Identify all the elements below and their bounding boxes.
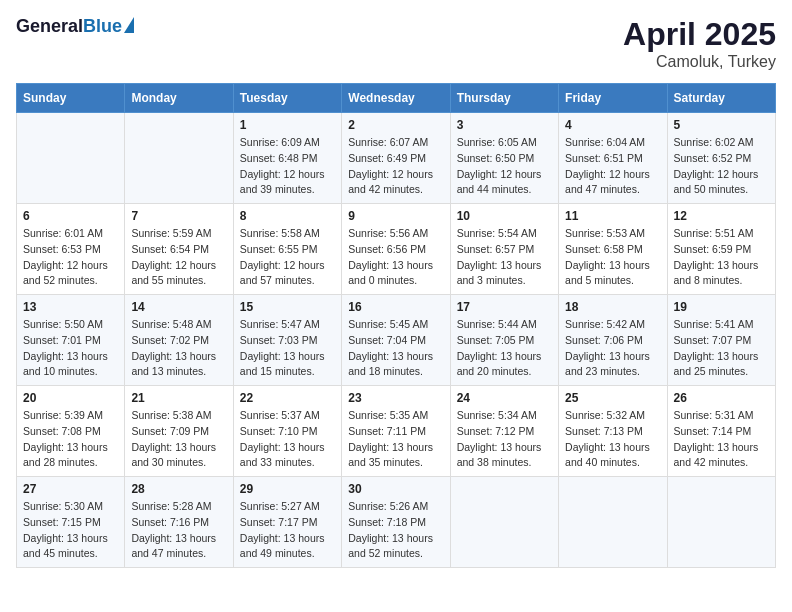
day-number: 9 bbox=[348, 209, 443, 223]
calendar-cell: 6Sunrise: 6:01 AM Sunset: 6:53 PM Daylig… bbox=[17, 204, 125, 295]
day-detail: Sunrise: 5:53 AM Sunset: 6:58 PM Dayligh… bbox=[565, 226, 660, 289]
day-detail: Sunrise: 5:58 AM Sunset: 6:55 PM Dayligh… bbox=[240, 226, 335, 289]
logo-blue-text: Blue bbox=[83, 16, 122, 37]
logo: General Blue bbox=[16, 16, 134, 37]
day-detail: Sunrise: 5:31 AM Sunset: 7:14 PM Dayligh… bbox=[674, 408, 769, 471]
calendar-cell: 27Sunrise: 5:30 AM Sunset: 7:15 PM Dayli… bbox=[17, 477, 125, 568]
calendar-cell: 28Sunrise: 5:28 AM Sunset: 7:16 PM Dayli… bbox=[125, 477, 233, 568]
calendar-cell bbox=[450, 477, 558, 568]
day-detail: Sunrise: 5:50 AM Sunset: 7:01 PM Dayligh… bbox=[23, 317, 118, 380]
calendar-cell: 24Sunrise: 5:34 AM Sunset: 7:12 PM Dayli… bbox=[450, 386, 558, 477]
day-number: 3 bbox=[457, 118, 552, 132]
calendar-week-row: 1Sunrise: 6:09 AM Sunset: 6:48 PM Daylig… bbox=[17, 113, 776, 204]
day-detail: Sunrise: 5:30 AM Sunset: 7:15 PM Dayligh… bbox=[23, 499, 118, 562]
calendar-week-row: 20Sunrise: 5:39 AM Sunset: 7:08 PM Dayli… bbox=[17, 386, 776, 477]
day-number: 22 bbox=[240, 391, 335, 405]
weekday-header-thursday: Thursday bbox=[450, 84, 558, 113]
calendar-title: April 2025 bbox=[623, 16, 776, 53]
calendar-cell: 11Sunrise: 5:53 AM Sunset: 6:58 PM Dayli… bbox=[559, 204, 667, 295]
page-header: General Blue April 2025 Camoluk, Turkey bbox=[16, 16, 776, 71]
day-number: 29 bbox=[240, 482, 335, 496]
calendar-table: SundayMondayTuesdayWednesdayThursdayFrid… bbox=[16, 83, 776, 568]
calendar-cell bbox=[125, 113, 233, 204]
calendar-cell: 22Sunrise: 5:37 AM Sunset: 7:10 PM Dayli… bbox=[233, 386, 341, 477]
day-detail: Sunrise: 6:05 AM Sunset: 6:50 PM Dayligh… bbox=[457, 135, 552, 198]
day-detail: Sunrise: 5:47 AM Sunset: 7:03 PM Dayligh… bbox=[240, 317, 335, 380]
calendar-cell: 25Sunrise: 5:32 AM Sunset: 7:13 PM Dayli… bbox=[559, 386, 667, 477]
calendar-cell: 30Sunrise: 5:26 AM Sunset: 7:18 PM Dayli… bbox=[342, 477, 450, 568]
day-number: 24 bbox=[457, 391, 552, 405]
day-detail: Sunrise: 6:09 AM Sunset: 6:48 PM Dayligh… bbox=[240, 135, 335, 198]
day-detail: Sunrise: 6:01 AM Sunset: 6:53 PM Dayligh… bbox=[23, 226, 118, 289]
calendar-cell bbox=[559, 477, 667, 568]
day-number: 10 bbox=[457, 209, 552, 223]
calendar-cell bbox=[17, 113, 125, 204]
calendar-cell: 7Sunrise: 5:59 AM Sunset: 6:54 PM Daylig… bbox=[125, 204, 233, 295]
day-detail: Sunrise: 5:48 AM Sunset: 7:02 PM Dayligh… bbox=[131, 317, 226, 380]
calendar-cell: 4Sunrise: 6:04 AM Sunset: 6:51 PM Daylig… bbox=[559, 113, 667, 204]
calendar-week-row: 13Sunrise: 5:50 AM Sunset: 7:01 PM Dayli… bbox=[17, 295, 776, 386]
calendar-cell: 5Sunrise: 6:02 AM Sunset: 6:52 PM Daylig… bbox=[667, 113, 775, 204]
calendar-cell bbox=[667, 477, 775, 568]
calendar-cell: 26Sunrise: 5:31 AM Sunset: 7:14 PM Dayli… bbox=[667, 386, 775, 477]
calendar-week-row: 6Sunrise: 6:01 AM Sunset: 6:53 PM Daylig… bbox=[17, 204, 776, 295]
calendar-cell: 10Sunrise: 5:54 AM Sunset: 6:57 PM Dayli… bbox=[450, 204, 558, 295]
logo-triangle-icon bbox=[124, 17, 134, 33]
calendar-cell: 18Sunrise: 5:42 AM Sunset: 7:06 PM Dayli… bbox=[559, 295, 667, 386]
day-number: 5 bbox=[674, 118, 769, 132]
day-number: 4 bbox=[565, 118, 660, 132]
weekday-header-row: SundayMondayTuesdayWednesdayThursdayFrid… bbox=[17, 84, 776, 113]
calendar-cell: 23Sunrise: 5:35 AM Sunset: 7:11 PM Dayli… bbox=[342, 386, 450, 477]
weekday-header-tuesday: Tuesday bbox=[233, 84, 341, 113]
day-number: 8 bbox=[240, 209, 335, 223]
day-number: 15 bbox=[240, 300, 335, 314]
day-detail: Sunrise: 6:04 AM Sunset: 6:51 PM Dayligh… bbox=[565, 135, 660, 198]
calendar-week-row: 27Sunrise: 5:30 AM Sunset: 7:15 PM Dayli… bbox=[17, 477, 776, 568]
day-number: 19 bbox=[674, 300, 769, 314]
day-number: 2 bbox=[348, 118, 443, 132]
weekday-header-sunday: Sunday bbox=[17, 84, 125, 113]
day-number: 25 bbox=[565, 391, 660, 405]
day-number: 13 bbox=[23, 300, 118, 314]
calendar-cell: 15Sunrise: 5:47 AM Sunset: 7:03 PM Dayli… bbox=[233, 295, 341, 386]
calendar-cell: 1Sunrise: 6:09 AM Sunset: 6:48 PM Daylig… bbox=[233, 113, 341, 204]
calendar-cell: 21Sunrise: 5:38 AM Sunset: 7:09 PM Dayli… bbox=[125, 386, 233, 477]
logo-general-text: General bbox=[16, 16, 83, 37]
day-number: 17 bbox=[457, 300, 552, 314]
day-number: 11 bbox=[565, 209, 660, 223]
day-detail: Sunrise: 5:39 AM Sunset: 7:08 PM Dayligh… bbox=[23, 408, 118, 471]
day-detail: Sunrise: 5:44 AM Sunset: 7:05 PM Dayligh… bbox=[457, 317, 552, 380]
calendar-cell: 3Sunrise: 6:05 AM Sunset: 6:50 PM Daylig… bbox=[450, 113, 558, 204]
day-number: 18 bbox=[565, 300, 660, 314]
weekday-header-monday: Monday bbox=[125, 84, 233, 113]
calendar-cell: 20Sunrise: 5:39 AM Sunset: 7:08 PM Dayli… bbox=[17, 386, 125, 477]
day-number: 20 bbox=[23, 391, 118, 405]
day-detail: Sunrise: 5:28 AM Sunset: 7:16 PM Dayligh… bbox=[131, 499, 226, 562]
day-number: 30 bbox=[348, 482, 443, 496]
calendar-subtitle: Camoluk, Turkey bbox=[623, 53, 776, 71]
weekday-header-saturday: Saturday bbox=[667, 84, 775, 113]
day-detail: Sunrise: 5:56 AM Sunset: 6:56 PM Dayligh… bbox=[348, 226, 443, 289]
day-detail: Sunrise: 5:27 AM Sunset: 7:17 PM Dayligh… bbox=[240, 499, 335, 562]
day-detail: Sunrise: 5:37 AM Sunset: 7:10 PM Dayligh… bbox=[240, 408, 335, 471]
day-detail: Sunrise: 5:45 AM Sunset: 7:04 PM Dayligh… bbox=[348, 317, 443, 380]
day-detail: Sunrise: 6:07 AM Sunset: 6:49 PM Dayligh… bbox=[348, 135, 443, 198]
weekday-header-wednesday: Wednesday bbox=[342, 84, 450, 113]
day-number: 12 bbox=[674, 209, 769, 223]
day-number: 16 bbox=[348, 300, 443, 314]
day-number: 28 bbox=[131, 482, 226, 496]
day-detail: Sunrise: 5:42 AM Sunset: 7:06 PM Dayligh… bbox=[565, 317, 660, 380]
day-number: 27 bbox=[23, 482, 118, 496]
calendar-cell: 16Sunrise: 5:45 AM Sunset: 7:04 PM Dayli… bbox=[342, 295, 450, 386]
day-detail: Sunrise: 6:02 AM Sunset: 6:52 PM Dayligh… bbox=[674, 135, 769, 198]
day-number: 7 bbox=[131, 209, 226, 223]
day-detail: Sunrise: 5:59 AM Sunset: 6:54 PM Dayligh… bbox=[131, 226, 226, 289]
weekday-header-friday: Friday bbox=[559, 84, 667, 113]
calendar-cell: 9Sunrise: 5:56 AM Sunset: 6:56 PM Daylig… bbox=[342, 204, 450, 295]
day-detail: Sunrise: 5:35 AM Sunset: 7:11 PM Dayligh… bbox=[348, 408, 443, 471]
calendar-cell: 12Sunrise: 5:51 AM Sunset: 6:59 PM Dayli… bbox=[667, 204, 775, 295]
calendar-cell: 2Sunrise: 6:07 AM Sunset: 6:49 PM Daylig… bbox=[342, 113, 450, 204]
day-number: 14 bbox=[131, 300, 226, 314]
day-number: 21 bbox=[131, 391, 226, 405]
calendar-cell: 19Sunrise: 5:41 AM Sunset: 7:07 PM Dayli… bbox=[667, 295, 775, 386]
